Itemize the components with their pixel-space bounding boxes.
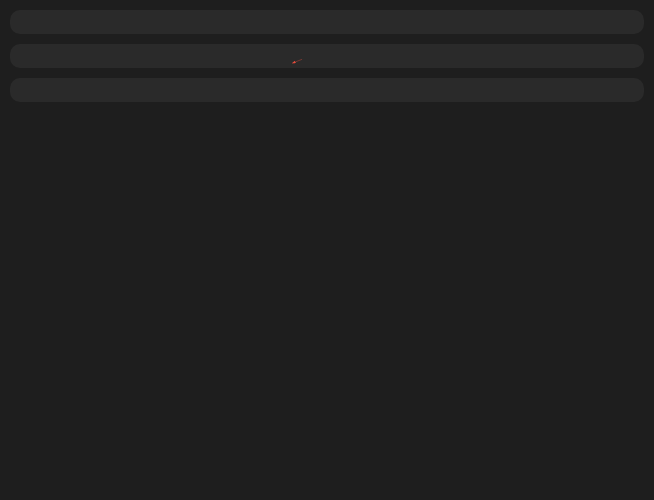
section-personal [10, 10, 644, 34]
section-hardware [10, 44, 644, 68]
svg-line-1 [292, 59, 302, 63]
section-other [10, 78, 644, 102]
red-arrow [10, 44, 644, 68]
